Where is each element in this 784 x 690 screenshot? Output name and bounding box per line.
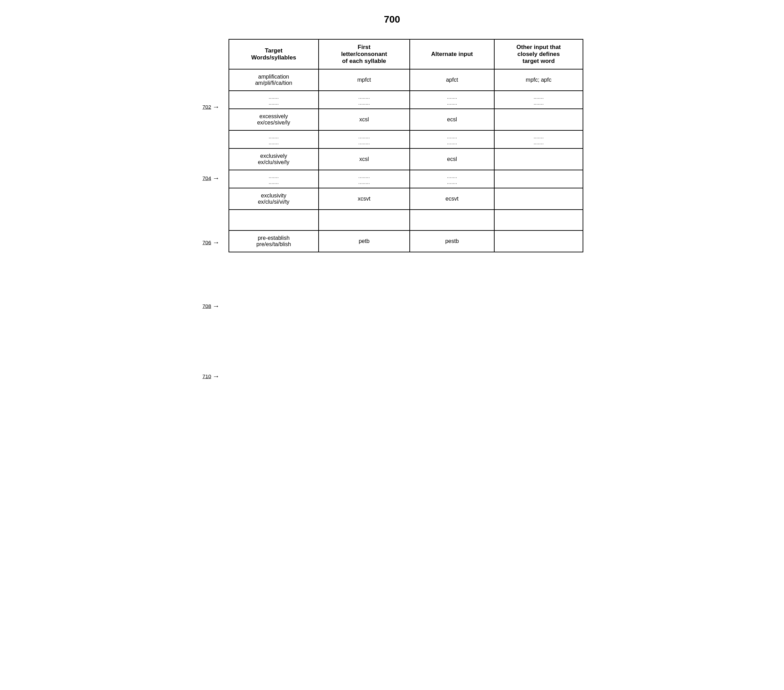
first-letter-cell: xcsl xyxy=(319,148,410,170)
table-row: exclusivityex/clu/si/vi/ty xcsvt ecsvt xyxy=(229,188,583,210)
word-cell-dotted: .............. xyxy=(229,170,319,188)
table-row: exclusivelyex/clu/sive/ly xcsl ecsl xyxy=(229,148,583,170)
alternate-cell-dotted: .............. xyxy=(410,91,494,109)
first-letter-cell: xcsvt xyxy=(319,188,410,210)
other-cell xyxy=(494,148,583,170)
table-row-dotted: .............. ................ ........… xyxy=(229,130,583,148)
table-row: excessivelyex/ces/sive/ly xcsl ecsl xyxy=(229,109,583,130)
alternate-cell-dotted: .............. xyxy=(410,170,494,188)
word-cell-dotted: .............. xyxy=(229,91,319,109)
first-letter-cell: petb xyxy=(319,230,410,252)
arrow-704: → xyxy=(212,174,219,182)
other-cell-empty xyxy=(494,210,583,230)
first-letter-cell-dotted: ................ xyxy=(319,91,410,109)
other-cell-dotted: .............. xyxy=(494,91,583,109)
word-cell: exclusivityex/clu/si/vi/ty xyxy=(229,188,319,210)
other-cell-dotted xyxy=(494,170,583,188)
row-label-708: 708 → xyxy=(203,302,219,310)
labels-container: TargetWords/syllables Firstletter/conson… xyxy=(229,39,583,252)
table-row-dotted: .............. ................ ........… xyxy=(229,91,583,109)
header-first-letter: Firstletter/consonantof each syllable xyxy=(319,39,410,69)
page-number: 700 xyxy=(201,14,583,25)
arrow-708: → xyxy=(212,302,219,310)
alternate-cell: apfct xyxy=(410,69,494,91)
alternate-cell: pestb xyxy=(410,230,494,252)
table-row: amplificationam/pli/fi/ca/tion mpfct apf… xyxy=(229,69,583,91)
word-cell: excessivelyex/ces/sive/ly xyxy=(229,109,319,130)
label-text-704: 704 xyxy=(203,175,211,181)
label-text-706: 706 xyxy=(203,240,211,245)
alternate-cell: ecsl xyxy=(410,109,494,130)
arrow-702: → xyxy=(212,103,219,111)
header-alternate-input: Alternate input xyxy=(410,39,494,69)
first-letter-cell-empty xyxy=(319,210,410,230)
alternate-cell-dotted: .............. xyxy=(410,130,494,148)
arrow-706: → xyxy=(212,238,219,246)
main-table: TargetWords/syllables Firstletter/conson… xyxy=(229,39,583,252)
table-wrapper: TargetWords/syllables Firstletter/conson… xyxy=(201,39,583,252)
other-cell xyxy=(494,188,583,210)
first-letter-cell: xcsl xyxy=(319,109,410,130)
table-row: pre-establishpre/es/ta/blish petb pestb xyxy=(229,230,583,252)
word-cell-empty xyxy=(229,210,319,230)
arrow-710: → xyxy=(212,372,219,380)
row-label-710: 710 → xyxy=(203,372,219,380)
alternate-cell: ecsl xyxy=(410,148,494,170)
table-row-dotted: .............. ................ ........… xyxy=(229,170,583,188)
table-row-empty xyxy=(229,210,583,230)
row-label-704: 704 → xyxy=(203,174,219,182)
other-cell xyxy=(494,230,583,252)
page-container: 700 TargetWords/syllables Firstletter/co… xyxy=(201,14,583,252)
first-letter-cell-dotted: ................ xyxy=(319,170,410,188)
other-cell-dotted: .............. xyxy=(494,130,583,148)
first-letter-cell: mpfct xyxy=(319,69,410,91)
label-text-708: 708 xyxy=(203,303,211,309)
row-label-702: 702 → xyxy=(203,103,219,111)
other-cell: mpfc; apfc xyxy=(494,69,583,91)
word-cell: exclusivelyex/clu/sive/ly xyxy=(229,148,319,170)
other-cell xyxy=(494,109,583,130)
word-cell: pre-establishpre/es/ta/blish xyxy=(229,230,319,252)
alternate-cell: ecsvt xyxy=(410,188,494,210)
row-label-706: 706 → xyxy=(203,238,219,246)
word-cell-dotted: .............. xyxy=(229,130,319,148)
label-text-702: 702 xyxy=(203,104,211,110)
word-cell: amplificationam/pli/fi/ca/tion xyxy=(229,69,319,91)
first-letter-cell-dotted: ................ xyxy=(319,130,410,148)
alternate-cell-empty xyxy=(410,210,494,230)
header-target-words: TargetWords/syllables xyxy=(229,39,319,69)
label-text-710: 710 xyxy=(203,373,211,379)
header-other-input: Other input thatclosely definestarget wo… xyxy=(494,39,583,69)
